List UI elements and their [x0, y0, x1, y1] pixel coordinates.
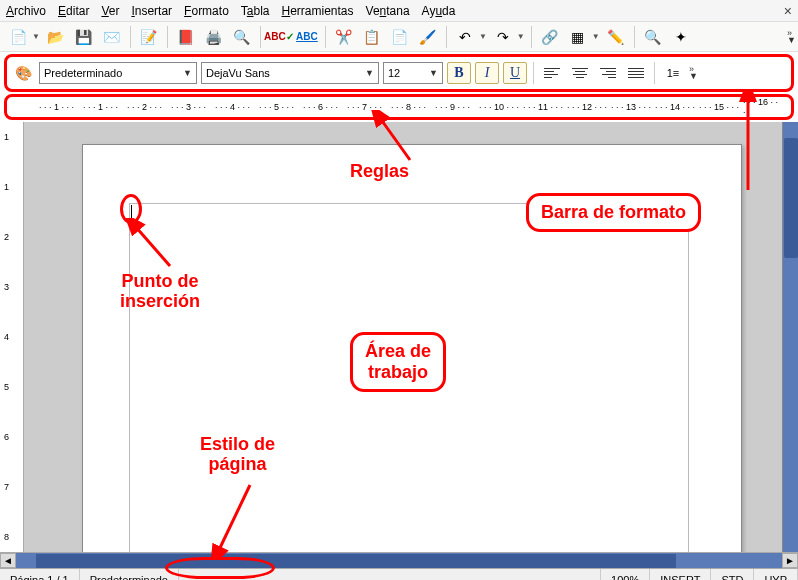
numbered-list-button[interactable]: 1≡ — [661, 61, 685, 85]
ruler-tick: · · · 1 · · · — [83, 98, 118, 116]
new-doc-button[interactable]: 📄 — [6, 25, 30, 49]
menu-insertar[interactable]: Insertar — [131, 4, 172, 18]
insertion-caret — [131, 205, 132, 221]
toolbar-overflow-icon[interactable]: »▼ — [689, 66, 698, 80]
menu-ventana[interactable]: Ventana — [366, 4, 410, 18]
menu-herramientas[interactable]: Herramientas — [282, 4, 354, 18]
scrollbar-thumb[interactable] — [784, 138, 798, 258]
separator — [654, 62, 655, 84]
align-right-button[interactable] — [596, 62, 620, 84]
table-button[interactable]: ▦ — [566, 25, 590, 49]
menu-bar: Archivo Editar Ver Insertar Formato Tabl… — [0, 0, 798, 22]
vertical-scrollbar[interactable] — [782, 122, 798, 552]
close-icon[interactable]: × — [784, 3, 792, 19]
document-area[interactable] — [24, 122, 782, 552]
dropdown-arrow-icon[interactable]: ▼ — [32, 32, 40, 41]
save-button[interactable]: 💾 — [72, 25, 96, 49]
italic-button[interactable]: I — [475, 62, 499, 84]
vruler-tick: 2 — [4, 232, 9, 242]
print-preview-button[interactable]: 🔍 — [230, 25, 254, 49]
separator — [260, 26, 261, 48]
font-size-value: 12 — [388, 67, 425, 79]
drawing-button[interactable]: ✏️ — [604, 25, 628, 49]
standard-toolbar: 📄▼ 📂 💾 ✉️ 📝 📕 🖨️ 🔍 ABC✓ ABC ✂️ 📋 📄 🖌️ ↶▼… — [0, 22, 798, 52]
separator — [531, 26, 532, 48]
scrollbar-thumb[interactable] — [36, 554, 676, 568]
cut-button[interactable]: ✂️ — [332, 25, 356, 49]
menu-ver[interactable]: Ver — [101, 4, 119, 18]
dropdown-arrow-icon[interactable]: ▼ — [479, 32, 487, 41]
open-button[interactable]: 📂 — [44, 25, 68, 49]
toolbar-overflow-icon[interactable]: »▼ — [787, 30, 796, 44]
text-margin — [129, 203, 689, 552]
status-hyphenation: HYP — [754, 569, 798, 580]
copy-button[interactable]: 📋 — [360, 25, 384, 49]
dropdown-caret-icon: ▼ — [425, 68, 438, 78]
status-insert-mode[interactable]: INSERT — [650, 569, 711, 580]
scroll-left-icon[interactable]: ◄ — [0, 553, 16, 568]
redo-button[interactable]: ↷ — [491, 25, 515, 49]
menu-archivo[interactable]: Archivo — [6, 4, 46, 18]
scroll-right-icon[interactable]: ► — [782, 553, 798, 568]
horizontal-ruler[interactable]: · · · 1 · · ·· · · 1 · · ·· · · 2 · · ··… — [39, 98, 779, 116]
undo-button[interactable]: ↶ — [453, 25, 477, 49]
font-size-combo[interactable]: 12 ▼ — [383, 62, 443, 84]
menu-ayuda[interactable]: Ayuda — [422, 4, 456, 18]
ruler-tick: · · · 15 · · · — [699, 98, 739, 116]
workspace: 112345678 — [0, 122, 798, 552]
ruler-tick: · · · 10 · · · — [479, 98, 519, 116]
align-center-button[interactable] — [568, 62, 592, 84]
navigator-button[interactable]: ✦ — [669, 25, 693, 49]
vertical-ruler[interactable]: 112345678 — [0, 122, 24, 552]
bold-button[interactable]: B — [447, 62, 471, 84]
menu-tabla[interactable]: Tabla — [241, 4, 270, 18]
status-zoom[interactable]: 100% — [601, 569, 650, 580]
paste-button[interactable]: 📄 — [388, 25, 412, 49]
format-paintbrush-button[interactable]: 🖌️ — [416, 25, 440, 49]
edit-button[interactable]: 📝 — [137, 25, 161, 49]
export-pdf-button[interactable]: 📕 — [174, 25, 198, 49]
email-button[interactable]: ✉️ — [100, 25, 124, 49]
ruler-tick: · · · 9 · · · — [435, 98, 470, 116]
separator — [446, 26, 447, 48]
vruler-tick: 1 — [4, 132, 9, 142]
scrollbar-track[interactable] — [16, 553, 782, 568]
dropdown-arrow-icon[interactable]: ▼ — [592, 32, 600, 41]
underline-button[interactable]: U — [503, 62, 527, 84]
align-justify-button[interactable] — [624, 62, 648, 84]
vruler-tick: 8 — [4, 532, 9, 542]
ruler-tick: · · · 16 · · · — [743, 98, 779, 116]
page[interactable] — [82, 144, 742, 552]
status-selection-mode[interactable]: STD — [711, 569, 754, 580]
print-button[interactable]: 🖨️ — [202, 25, 226, 49]
align-left-button[interactable] — [540, 62, 564, 84]
paragraph-style-value: Predeterminado — [44, 67, 179, 79]
autospellcheck-button[interactable]: ABC — [295, 25, 319, 49]
menu-formato[interactable]: Formato — [184, 4, 229, 18]
hyperlink-button[interactable]: 🔗 — [538, 25, 562, 49]
vruler-tick: 6 — [4, 432, 9, 442]
menu-editar[interactable]: Editar — [58, 4, 89, 18]
paragraph-style-combo[interactable]: Predeterminado ▼ — [39, 62, 197, 84]
status-bar: Página 1 / 1 Predeterminado 100% INSERT … — [0, 568, 798, 580]
find-button[interactable]: 🔍 — [641, 25, 665, 49]
dropdown-caret-icon: ▼ — [361, 68, 374, 78]
ruler-tick: · · · 11 · · · — [523, 98, 563, 116]
dropdown-arrow-icon[interactable]: ▼ — [517, 32, 525, 41]
ruler-tick: · · · 5 · · · — [259, 98, 294, 116]
status-spacer — [179, 569, 601, 580]
ruler-tick: · · · 7 · · · — [347, 98, 382, 116]
ruler-tick: · · · 4 · · · — [215, 98, 250, 116]
font-name-value: DejaVu Sans — [206, 67, 361, 79]
format-toolbar-highlight: 🎨 Predeterminado ▼ DejaVu Sans ▼ 12 ▼ B … — [4, 54, 794, 92]
spellcheck-button[interactable]: ABC✓ — [267, 25, 291, 49]
separator — [325, 26, 326, 48]
ruler-tick: · · · 6 · · · — [303, 98, 338, 116]
separator — [167, 26, 168, 48]
status-page-style[interactable]: Predeterminado — [80, 569, 179, 580]
vruler-tick: 4 — [4, 332, 9, 342]
horizontal-scrollbar[interactable]: ◄ ► — [0, 552, 798, 568]
font-name-combo[interactable]: DejaVu Sans ▼ — [201, 62, 379, 84]
ruler-tick: · · · 13 · · · — [611, 98, 651, 116]
styles-button[interactable]: 🎨 — [11, 61, 35, 85]
